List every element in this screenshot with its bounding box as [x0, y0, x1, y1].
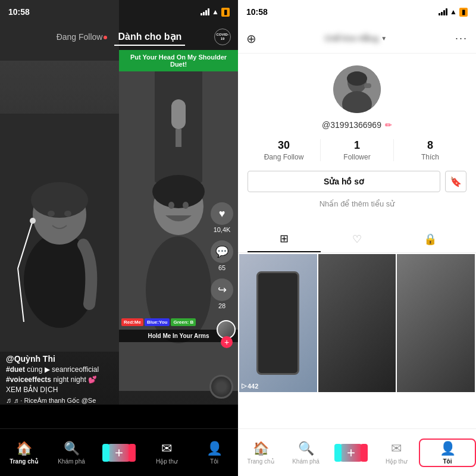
nav-tabs-left: Đang Follow Dành cho bạn — [53, 29, 186, 46]
like-button[interactable]: ♥ 10,4K — [211, 202, 233, 233]
svg-point-13 — [146, 236, 211, 343]
follow-plus-button[interactable]: + — [221, 336, 233, 348]
nav-explore-left[interactable]: 🔍 Khám phá — [48, 441, 95, 465]
bookmark-button[interactable]: 🔖 — [445, 171, 466, 192]
avatar — [333, 65, 381, 113]
hashtag-2: #voiceeffects night night 💕 — [6, 375, 205, 384]
phone-shape — [256, 271, 299, 375]
stats-row: 30 Đang Follow 1 Follower 8 Thích — [248, 139, 466, 161]
hashtag-1: #duet cùng ▶ seanriceofficial — [6, 365, 205, 374]
share-button[interactable]: ↪ 28 — [211, 278, 233, 309]
signal-icon — [201, 8, 209, 15]
nav-profile-left[interactable]: 👤 Tôi — [190, 441, 238, 465]
content-tabs: ⊞ ♡ 🔒 — [238, 226, 476, 253]
svg-point-15 — [152, 175, 205, 208]
nav-profile-right[interactable]: 👤 Tôi — [419, 439, 476, 467]
svg-point-8 — [30, 218, 36, 224]
followers-count: 1 — [354, 139, 360, 152]
wifi-icon: ▲ — [212, 8, 219, 16]
tab-videos-grid[interactable]: ⊞ — [248, 226, 321, 252]
nav-inbox-right[interactable]: ✉ Hộp thư — [374, 441, 419, 465]
explore-label: Khám phá — [58, 458, 85, 465]
color-tag-blue: Blue:You — [145, 318, 170, 326]
svg-rect-12 — [176, 129, 181, 147]
profile-icon-right: 👤 — [440, 441, 456, 456]
comment-button[interactable]: 💬 65 — [211, 240, 233, 271]
nav-home-left[interactable]: 🏠 Trang chủ — [0, 441, 48, 465]
inbox-icon: ✉ — [161, 441, 172, 456]
tab-dang-follow[interactable]: Đang Follow — [53, 30, 111, 44]
bookmark-icon: 🔖 — [450, 176, 462, 187]
following-count: 30 — [278, 139, 290, 152]
video-thumb-3[interactable] — [397, 254, 475, 392]
battery-icon-right: ▮ — [459, 8, 468, 17]
following-label: Đang Follow — [264, 153, 304, 161]
svg-point-17 — [183, 202, 189, 209]
tab-liked-videos[interactable]: ♡ — [321, 226, 394, 252]
tab-danh-cho-ban[interactable]: Dành cho bạn — [114, 29, 185, 46]
video-thumb-2[interactable] — [318, 254, 396, 392]
action-buttons-row: Sửa hồ sơ 🔖 — [248, 171, 466, 192]
search-icon-right: 🔍 — [298, 441, 314, 456]
bio-hint[interactable]: Nhấn để thêm tiểu sử — [320, 199, 395, 208]
edit-profile-id-button[interactable]: ✏ — [385, 120, 392, 130]
heart-outline-icon: ♡ — [352, 233, 362, 246]
profile-id: @31991366969 ✏ — [322, 120, 392, 130]
home-label: Trang chủ — [10, 458, 38, 465]
bottom-nav-right: 🏠 Trang chủ 🔍 Khám phá + ✉ Hộp thư 👤 Tôi — [238, 428, 476, 476]
status-bar-right: 10:58 ▲ ▮ — [238, 0, 476, 24]
nav-home-right[interactable]: 🏠 Trang chủ — [238, 441, 283, 465]
video-thumb-1[interactable]: ▷ 442 — [239, 254, 317, 392]
nav-create-right[interactable]: + — [328, 444, 374, 462]
home-label-right: Trang chủ — [247, 458, 274, 465]
signal-icon-right — [439, 8, 447, 15]
stat-followers: 1 Follower — [321, 139, 394, 161]
video-person-left — [0, 61, 119, 405]
nav-explore-right[interactable]: 🔍 Khám phá — [283, 441, 328, 465]
edit-profile-button[interactable]: Sửa hồ sơ — [248, 171, 440, 192]
nav-inbox-left[interactable]: ✉ Hộp thư — [143, 441, 190, 465]
svg-rect-22 — [364, 83, 371, 88]
create-button-right[interactable]: + — [338, 444, 364, 462]
right-panel: 10:58 ▲ ▮ ⊕ Chế Kim Hằng ▼ ··· — [238, 0, 476, 476]
time-left: 10:58 — [8, 7, 30, 17]
inbox-label: Hộp thư — [156, 458, 177, 465]
create-button[interactable]: + — [106, 444, 132, 462]
stat-following: 30 Đang Follow — [248, 139, 321, 161]
username-blurred: Chế Kim Hằng — [325, 34, 378, 43]
inbox-wrapper: ✉ — [161, 441, 172, 456]
video-username: @Quỳnh Thi — [6, 354, 205, 364]
left-panel: 10:58 ▲ ▮ Đang Follow Dành cho bạn COVID… — [0, 0, 238, 476]
heart-icon: ♥ — [211, 202, 233, 225]
tab-locked-videos[interactable]: 🔒 — [393, 226, 466, 252]
rotating-disc — [209, 375, 233, 399]
profile-label-right: Tôi — [443, 458, 452, 465]
wifi-icon-right: ▲ — [450, 8, 457, 16]
search-icon: 🔍 — [64, 441, 80, 456]
svg-point-16 — [168, 202, 174, 209]
status-icons-right: ▲ ▮ — [439, 8, 468, 17]
add-user-button[interactable]: ⊕ — [246, 32, 256, 46]
status-bar-left: 10:58 ▲ ▮ — [0, 0, 238, 24]
top-nav-left: Đang Follow Dành cho bạn COVID-19 — [0, 24, 238, 50]
home-icon: 🏠 — [16, 441, 32, 456]
avatar-image — [333, 65, 381, 113]
profile-section: @31991366969 ✏ 30 Đang Follow 1 Follower… — [238, 54, 476, 226]
more-options-button[interactable]: ··· — [455, 32, 468, 45]
chevron-down-icon[interactable]: ▼ — [381, 35, 387, 42]
color-tag-green: Green: B — [171, 318, 196, 326]
song-info: ♬ ♬ · RiceÂm thanh Gốc @Se — [6, 396, 205, 405]
bottom-info: @Quỳnh Thi #duet cùng ▶ seanriceofficial… — [6, 354, 205, 405]
profile-icon: 👤 — [206, 441, 223, 456]
video-grid: ▷ 442 — [238, 253, 476, 393]
grid-icon: ⊞ — [280, 232, 289, 245]
color-tag-red: Red:Me — [121, 318, 143, 326]
explore-label-right: Khám phá — [292, 458, 320, 465]
nav-create-left[interactable]: + — [95, 444, 143, 462]
music-note-icon: ♬ — [6, 396, 11, 405]
time-right: 10:58 — [246, 7, 268, 17]
comment-icon: 💬 — [211, 240, 233, 263]
svg-point-3 — [31, 182, 88, 218]
inbox-label-right: Hộp thư — [386, 458, 407, 465]
hashtag-3: XEM BẢN DỊCH — [6, 386, 205, 394]
